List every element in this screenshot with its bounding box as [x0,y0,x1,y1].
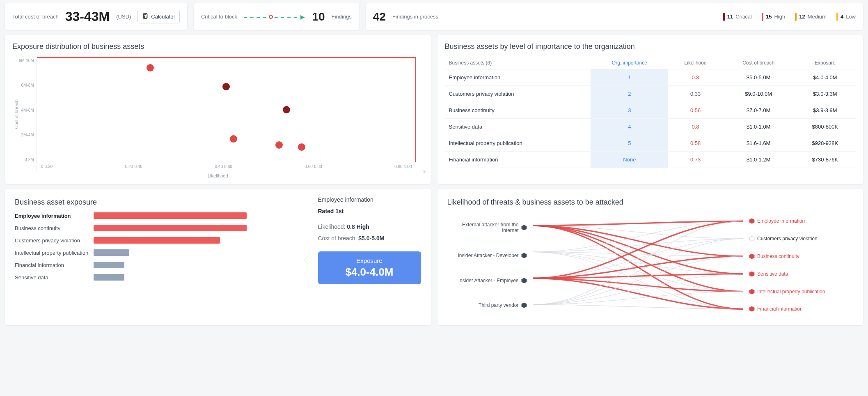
bar-row[interactable]: Customers privacy violation [15,237,298,244]
arrow-trail-icon: – – – – – – – – ▶ [244,14,306,20]
exposure-detail: Employee information Rated 1st Likelihoo… [308,189,431,325]
scatter-dot[interactable] [222,83,230,90]
svg-marker-9 [522,303,527,308]
sankey-source[interactable]: External attacker from the internet [447,222,529,234]
cost-value: $5.0-5.0M [358,235,384,242]
svg-marker-13 [749,272,754,276]
total-cost-unit: (USD) [116,14,131,20]
sankey-source[interactable]: Insider Attacker - Employee [447,278,529,283]
bar-row[interactable]: Business continuity [15,225,298,231]
svg-marker-8 [522,278,527,283]
bar-row[interactable]: Intellectual property publication [15,249,298,256]
exposure-value-box: Exposure $4.0-4.0M [318,251,421,284]
sankey-targets: Employee informationCustomers privacy vi… [747,212,853,318]
sankey-target[interactable]: Sensitive data [747,271,853,277]
svg-point-4 [144,17,145,17]
col-importance[interactable]: Org. importance [591,57,668,69]
table-row[interactable]: Business continuity30.56$7.0-7.0M$3.9-3.… [445,102,856,119]
sankey-target[interactable]: Intellectual property publication [747,289,853,295]
critical-block-card: Critical to block – – – – – – – – ▶ 10 F… [194,3,359,30]
y-axis-label: Cost of breach [12,99,19,129]
findings-process-value: 42 [373,10,386,23]
likelihood-value: 0.8 High [347,223,369,230]
svg-marker-10 [749,219,754,224]
svg-marker-6 [522,226,527,230]
table-row[interactable]: Sensitive data40.8$1.0-1.0M$800-800K [445,119,856,135]
panel-title: Exposure distribution of business assets [12,42,424,51]
x-axis-label: Likelihood [12,173,424,178]
severity-list: 11 Critical15 High12 Medium4 Low [723,13,856,21]
scatter-dot[interactable] [283,106,290,113]
table-row[interactable]: Employee information10.8$5.0-5.0M$4.0-4.… [445,69,856,86]
svg-point-3 [146,16,147,16]
x-ticks: 0-0.200.20-0.400.40-0.600.60-0.800.80-1.… [37,163,416,172]
severity-item[interactable]: 11 Critical [723,13,752,21]
y-ticks: 8M-10M6M-8M4M-6M2M-4M0-2M [19,57,37,172]
col-cost[interactable]: Cost of breach [723,57,795,69]
cost-label: Cost of breach: [318,235,357,242]
exposure-title: Exposure [326,257,413,264]
svg-marker-15 [749,306,754,311]
total-cost-value: 33-43M [65,9,110,24]
calculator-label: Calculator [151,14,175,20]
sankey-sources: External attacker from the internetInsid… [447,212,529,318]
business-asset-exposure-panel: Business asset exposure Employee informa… [5,189,431,325]
assets-table-panel: Business assets by level of importance t… [437,35,863,184]
detail-name: Employee information [318,196,421,203]
critical-block-value: 10 [312,10,325,23]
total-cost-card: Total cost of breach 33-43M (USD) Calcul… [5,3,187,30]
severity-item[interactable]: 15 High [762,13,785,21]
sankey-target[interactable]: Customers privacy violation [747,236,853,242]
kpi-row: Total cost of breach 33-43M (USD) Calcul… [0,0,868,33]
findings-process-card: 42 Findings in process 11 Critical15 Hig… [366,3,863,30]
scatter-dot[interactable] [147,64,154,71]
panel-title: Business assets by level of importance t… [445,42,856,51]
exposure-value: $4.0-4.0M [326,266,413,279]
critical-block-label: Critical to block [201,14,237,20]
assets-table: Business assets (6) Org. importance Like… [445,57,856,168]
findings-process-label: Findings in process [392,14,438,20]
exposure-distribution-panel: Exposure distribution of business assets… [5,35,431,184]
sankey-target[interactable]: Financial information [747,306,853,312]
severity-item[interactable]: 4 Low [836,13,856,21]
svg-marker-11 [749,236,754,241]
col-exposure[interactable]: Exposure [795,57,856,69]
svg-point-2 [144,16,145,16]
panel-title: Business asset exposure [15,198,298,207]
findings-label: Findings [332,14,352,20]
table-row[interactable]: Customers privacy violation20.33$9.0-10.… [445,86,856,102]
sankey-source[interactable]: Third party vendor [447,302,529,308]
table-row[interactable]: Intellectual property publication50.58$1… [445,135,856,152]
total-cost-label: Total cost of breach [12,14,59,20]
bar-row[interactable]: Sensitive data [15,274,298,281]
sankey-target[interactable]: Business continuity [747,253,853,259]
scatter-dot[interactable] [275,141,283,149]
calculator-button[interactable]: Calculator [137,10,180,23]
sankey-chart [533,212,744,318]
likelihood-label: Likelihood: [318,223,346,230]
svg-point-5 [146,17,147,17]
scatter-dot[interactable] [298,143,305,151]
col-assets[interactable]: Business assets (6) [445,57,591,69]
detail-rank: Rated 1st [318,208,421,214]
calculator-icon [142,13,149,21]
severity-item[interactable]: 12 Medium [795,13,827,21]
svg-marker-7 [522,253,527,258]
table-row[interactable]: Financial informationNone0.73$1.0-1.2M$7… [445,152,856,168]
scatter-plot [37,57,416,162]
bar-row[interactable]: Employee information [15,212,298,219]
col-likelihood[interactable]: Likelihood [668,57,722,69]
svg-marker-14 [749,289,754,294]
svg-marker-12 [749,254,754,259]
sankey-target[interactable]: Employee information [747,218,853,224]
scatter-dot[interactable] [230,135,237,143]
sankey-source[interactable]: Insider Attacker - Developer [447,253,529,258]
likelihood-sankey-panel: Likelihood of threats & business assets … [437,189,863,325]
bar-row[interactable]: Financial information [15,262,298,268]
panel-title: Likelihood of threats & business assets … [447,198,854,207]
